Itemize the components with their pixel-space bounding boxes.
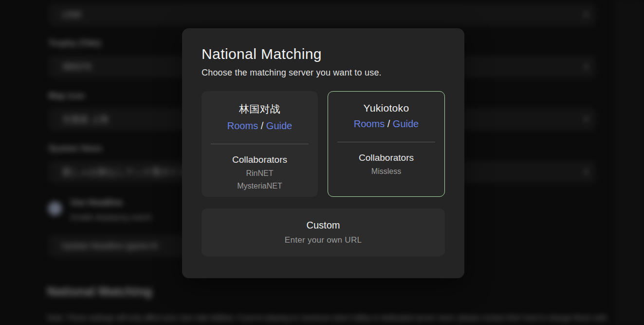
server-card-linguo[interactable]: 林国对战 Rooms / Guide Collaborators RinNET … bbox=[202, 91, 318, 197]
custom-server-card[interactable]: Custom Enter your own URL bbox=[202, 209, 445, 256]
link-separator: / bbox=[387, 118, 390, 129]
card-divider bbox=[211, 144, 309, 144]
server-name: Yukiotoko bbox=[364, 102, 409, 114]
collaborator-name: MysteriaNET bbox=[237, 182, 282, 191]
collaborator-name: RinNET bbox=[246, 169, 273, 178]
card-divider bbox=[337, 142, 435, 142]
collaborators-heading: Collaborators bbox=[232, 154, 287, 165]
national-matching-dialog: National Matching Choose the matching se… bbox=[182, 28, 464, 278]
server-name: 林国对战 bbox=[239, 102, 280, 116]
guide-link[interactable]: Guide bbox=[393, 118, 419, 129]
server-card-yukiotoko[interactable]: Yukiotoko Rooms / Guide Collaborators Mi… bbox=[328, 91, 445, 197]
collaborator-name: Missless bbox=[371, 167, 401, 176]
rooms-link[interactable]: Rooms bbox=[354, 118, 385, 129]
collaborators-heading: Collaborators bbox=[359, 153, 414, 163]
server-links: Rooms / Guide bbox=[227, 120, 292, 132]
server-cards-row: 林国对战 Rooms / Guide Collaborators RinNET … bbox=[202, 91, 445, 197]
server-links: Rooms / Guide bbox=[354, 118, 419, 130]
custom-card-subtitle: Enter your own URL bbox=[285, 235, 362, 245]
guide-link[interactable]: Guide bbox=[266, 120, 292, 131]
app-window: LINK ▾ Trophy (Title) 980076 ▾ Map icon … bbox=[0, 0, 644, 325]
rooms-link[interactable]: Rooms bbox=[227, 120, 258, 131]
dialog-title: National Matching bbox=[202, 46, 445, 62]
dialog-subtitle: Choose the matching server you want to u… bbox=[202, 68, 445, 78]
link-separator: / bbox=[261, 120, 264, 131]
custom-card-title: Custom bbox=[307, 220, 340, 231]
